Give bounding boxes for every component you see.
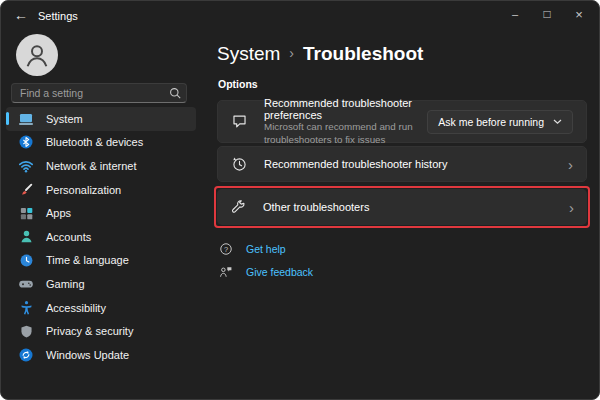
card-title: Other troubleshooters — [263, 201, 369, 213]
sidebar-item-label: Network & internet — [46, 160, 136, 172]
feedback-icon — [219, 265, 234, 279]
app-grid-icon — [18, 205, 34, 221]
sidebar-nav: System Bluetooth & devices Network & int… — [6, 107, 196, 367]
wrench-icon — [230, 199, 248, 216]
card-troubleshooter-preferences: Recommended troubleshooter preferences M… — [217, 100, 587, 143]
link-label: Get help — [246, 243, 286, 255]
window-title: Settings — [38, 10, 78, 22]
maximize-button[interactable]: □ — [531, 1, 563, 27]
sidebar-item-label: Privacy & security — [46, 325, 133, 337]
chevron-right-icon: › — [568, 157, 573, 172]
search-input[interactable] — [12, 87, 164, 99]
refresh-circle-icon — [18, 347, 34, 363]
give-feedback-link[interactable]: Give feedback — [219, 264, 313, 280]
sidebar-item-personalization[interactable]: Personalization — [6, 178, 196, 202]
user-avatar[interactable] — [16, 34, 58, 76]
sidebar-item-time-language[interactable]: Time & language — [6, 249, 196, 273]
person-icon — [22, 40, 52, 70]
sidebar-item-network-internet[interactable]: Network & internet — [6, 154, 196, 178]
card-other-troubleshooters[interactable]: Other troubleshooters › — [217, 189, 587, 225]
shield-icon — [18, 323, 34, 339]
sidebar-item-label: Apps — [46, 207, 71, 219]
svg-text:?: ? — [224, 245, 228, 254]
wifi-icon — [18, 158, 34, 174]
card-title: Recommended troubleshooter preferences — [264, 97, 427, 121]
sidebar-item-apps[interactable]: Apps — [6, 201, 196, 225]
sidebar-item-system[interactable]: System — [6, 107, 196, 131]
breadcrumb-separator: › — [289, 45, 294, 61]
paint-brush-icon — [18, 182, 34, 198]
link-label: Give feedback — [246, 266, 313, 278]
help-links: ? Get help Give feedback — [219, 241, 313, 287]
options-section-label: Options — [218, 78, 258, 90]
history-icon — [231, 156, 249, 173]
preferences-dropdown[interactable]: Ask me before running — [427, 110, 573, 134]
sidebar-item-label: Gaming — [46, 278, 85, 290]
sidebar-item-label: Personalization — [46, 184, 121, 196]
search-icon — [164, 87, 186, 100]
page-title: Troubleshoot — [303, 43, 423, 64]
minimize-button[interactable]: – — [499, 1, 531, 27]
sidebar-item-bluetooth-devices[interactable]: Bluetooth & devices — [6, 131, 196, 155]
account-person-icon — [18, 229, 34, 245]
sidebar-item-accessibility[interactable]: Accessibility — [6, 296, 196, 320]
back-arrow-icon[interactable]: ← — [14, 7, 28, 23]
chat-bubble-icon — [231, 113, 249, 130]
game-controller-icon — [18, 276, 34, 292]
card-subtitle: Microsoft can recommend and run troubles… — [264, 121, 427, 146]
get-help-link[interactable]: ? Get help — [219, 241, 313, 257]
window-controls: – □ × — [499, 1, 595, 27]
breadcrumb-parent[interactable]: System — [217, 43, 280, 64]
dropdown-value: Ask me before running — [438, 116, 544, 128]
card-title: Recommended troubleshooter history — [264, 158, 447, 170]
card-text: Recommended troubleshooter preferences M… — [264, 97, 427, 146]
highlight-box: Other troubleshooters › — [214, 186, 590, 228]
sidebar-item-label: Windows Update — [46, 349, 129, 361]
sidebar-item-gaming[interactable]: Gaming — [6, 272, 196, 296]
breadcrumb: System›Troubleshoot — [217, 43, 423, 65]
accessibility-icon — [18, 300, 34, 316]
sidebar-item-label: Accessibility — [46, 302, 106, 314]
options-card-group: Recommended troubleshooter preferences M… — [217, 100, 587, 228]
chevron-down-icon — [553, 119, 562, 125]
sidebar-item-label: Bluetooth & devices — [46, 136, 143, 148]
sidebar-item-privacy-security[interactable]: Privacy & security — [6, 319, 196, 343]
settings-window: ← Settings – □ × System Bluetooth — [0, 0, 600, 400]
selected-indicator — [6, 112, 9, 125]
system-icon — [18, 111, 34, 127]
card-troubleshooter-history[interactable]: Recommended troubleshooter history › — [217, 146, 587, 182]
sidebar-item-accounts[interactable]: Accounts — [6, 225, 196, 249]
help-circle-icon: ? — [219, 242, 234, 256]
chevron-right-icon: › — [569, 200, 574, 215]
close-button[interactable]: × — [563, 1, 595, 27]
sidebar-item-label: Time & language — [46, 254, 129, 266]
sidebar-item-label: Accounts — [46, 231, 91, 243]
search-box[interactable] — [11, 83, 187, 103]
sidebar-item-windows-update[interactable]: Windows Update — [6, 343, 196, 367]
bluetooth-icon — [18, 134, 34, 150]
clock-icon — [18, 252, 34, 268]
sidebar-item-label: System — [46, 113, 83, 125]
